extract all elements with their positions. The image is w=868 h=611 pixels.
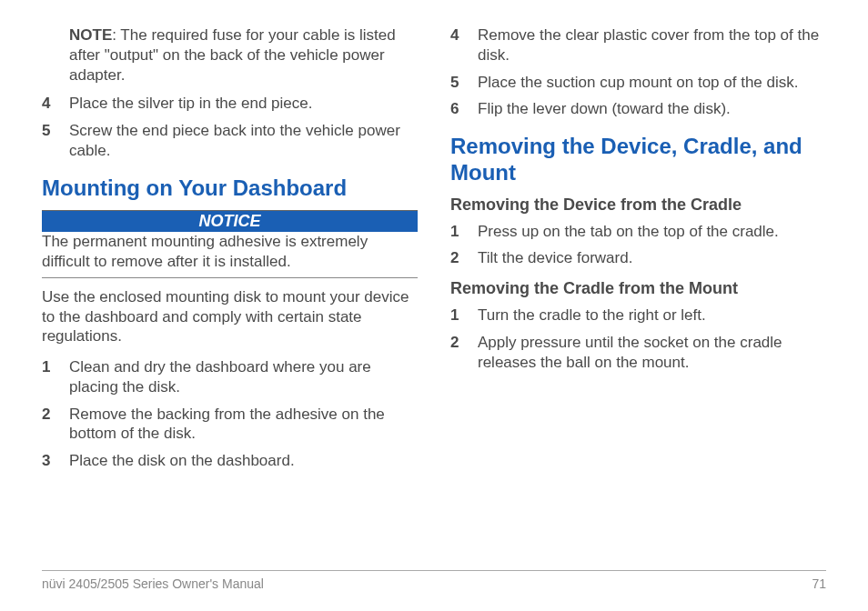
page-columns: NOTE: The required fuse for your cable i… <box>42 25 826 562</box>
step-text: Place the silver tip in the end piece. <box>69 94 312 114</box>
step-text: Remove the clear plastic cover from the … <box>478 25 826 65</box>
step-number: 3 <box>42 451 69 471</box>
note-block: NOTE: The required fuse for your cable i… <box>69 25 418 85</box>
left-column: NOTE: The required fuse for your cable i… <box>42 25 418 562</box>
steps-group-a: 4Place the silver tip in the end piece. … <box>42 94 418 160</box>
step-item: 5Place the suction cup mount on top of t… <box>450 73 826 93</box>
step-item: 2Remove the backing from the adhesive on… <box>42 405 418 445</box>
steps-group-d: 1Press up on the tab on the top of the c… <box>450 222 826 269</box>
subheading-remove-from-cradle: Removing the Device from the Cradle <box>450 195 826 215</box>
heading-removing-device: Removing the Device, Cradle, and Mount <box>450 134 826 186</box>
step-item: 3Place the disk on the dashboard. <box>42 451 418 471</box>
step-text: Apply pressure until the socket on the c… <box>478 333 826 373</box>
step-item: 5Screw the end piece back into the vehic… <box>42 121 418 161</box>
step-number: 1 <box>42 357 69 397</box>
notice-callout: NOTICE The permanent mounting adhesive i… <box>42 210 418 278</box>
note-label: NOTE <box>69 26 112 44</box>
step-item: 2Tilt the device forward. <box>450 248 826 268</box>
step-number: 1 <box>450 306 478 326</box>
step-text: Place the disk on the dashboard. <box>69 451 295 471</box>
steps-group-e: 1Turn the cradle to the right or left. 2… <box>450 306 826 372</box>
notice-text: The permanent mounting adhesive is extre… <box>42 232 418 278</box>
step-text: Flip the lever down (toward the disk). <box>478 99 731 119</box>
step-number: 5 <box>42 121 69 161</box>
step-text: Place the suction cup mount on top of th… <box>478 73 799 93</box>
step-text: Clean and dry the dashboard where you ar… <box>69 357 418 397</box>
step-text: Screw the end piece back into the vehicl… <box>69 121 418 161</box>
note-text: : The required fuse for your cable is li… <box>69 26 396 84</box>
heading-mounting-dashboard: Mounting on Your Dashboard <box>42 175 418 202</box>
notice-label: NOTICE <box>42 210 418 232</box>
step-item: 4Place the silver tip in the end piece. <box>42 94 418 114</box>
step-item: 4Remove the clear plastic cover from the… <box>450 25 826 65</box>
step-text: Tilt the device forward. <box>478 248 632 268</box>
steps-group-c: 4Remove the clear plastic cover from the… <box>450 25 826 119</box>
steps-group-b: 1Clean and dry the dashboard where you a… <box>42 357 418 471</box>
page-footer: nüvi 2405/2505 Series Owner's Manual 71 <box>42 570 826 591</box>
step-item: 1Clean and dry the dashboard where you a… <box>42 357 418 397</box>
step-number: 1 <box>450 222 478 242</box>
step-number: 2 <box>450 248 478 268</box>
step-text: Press up on the tab on the top of the cr… <box>478 222 779 242</box>
step-item: 6Flip the lever down (toward the disk). <box>450 99 826 119</box>
step-text: Remove the backing from the adhesive on … <box>69 405 418 445</box>
step-number: 4 <box>450 25 478 65</box>
step-number: 2 <box>450 333 478 373</box>
step-item: 1Turn the cradle to the right or left. <box>450 306 826 326</box>
subheading-remove-cradle-from-mount: Removing the Cradle from the Mount <box>450 279 826 298</box>
step-number: 6 <box>450 99 478 119</box>
step-number: 2 <box>42 405 69 445</box>
step-item: 1Press up on the tab on the top of the c… <box>450 222 826 242</box>
step-number: 4 <box>42 94 69 114</box>
step-number: 5 <box>450 73 478 93</box>
page-number: 71 <box>812 576 826 591</box>
right-column: 4Remove the clear plastic cover from the… <box>450 25 826 562</box>
step-item: 2Apply pressure until the socket on the … <box>450 333 826 373</box>
footer-title: nüvi 2405/2505 Series Owner's Manual <box>42 576 264 591</box>
step-text: Turn the cradle to the right or left. <box>478 306 706 326</box>
body-paragraph: Use the enclosed mounting disk to mount … <box>42 287 418 346</box>
